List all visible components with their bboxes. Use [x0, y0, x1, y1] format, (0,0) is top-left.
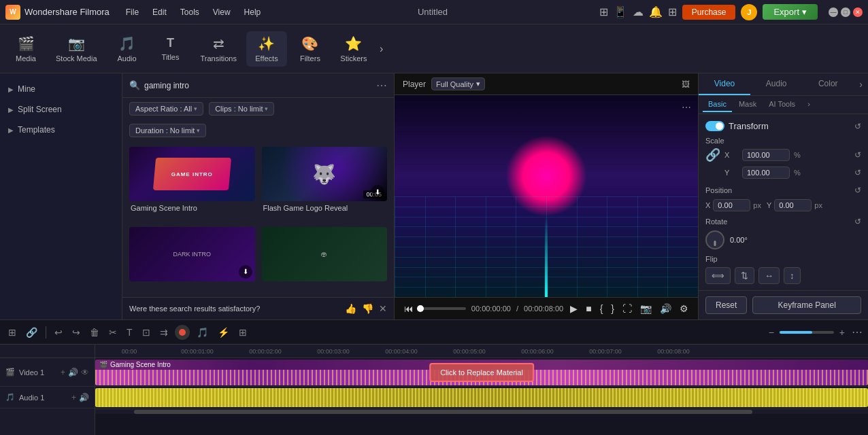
flip-v2-button[interactable]: ↕ [784, 267, 801, 284]
position-x-input[interactable] [713, 199, 750, 211]
clips-filter[interactable]: Clips : No limit ▾ [209, 102, 274, 116]
progress-bar[interactable] [420, 307, 466, 310]
search-input[interactable] [144, 81, 372, 90]
cut-in-button[interactable]: { [599, 302, 605, 315]
thumbs-down-icon[interactable]: 👎 [362, 303, 373, 314]
scale-x-reset-icon[interactable]: ↺ [854, 150, 861, 160]
record-button[interactable] [175, 325, 190, 340]
player-screenshot-icon[interactable]: 🖼 [682, 80, 690, 89]
text-button[interactable]: T [124, 326, 135, 339]
window-icon-3[interactable]: ☁ [633, 5, 644, 18]
menu-edit[interactable]: Edit [147, 5, 172, 20]
timeline-scrollbar[interactable] [95, 408, 868, 414]
window-icon-5[interactable]: ⊞ [668, 5, 677, 18]
scale-y-input[interactable] [742, 167, 790, 179]
search-more-icon[interactable]: ⋯ [376, 79, 387, 92]
add-track-button[interactable]: ⊞ [5, 326, 19, 339]
audio1-volume-icon[interactable]: 🔊 [79, 393, 89, 402]
transform-toggle[interactable] [705, 121, 724, 131]
stop-button[interactable]: ■ [584, 302, 592, 315]
sidebar-item-mine[interactable]: ▶ Mine [0, 79, 122, 99]
template-stadium-intro[interactable]: 🏟 [262, 227, 388, 292]
tool-transitions[interactable]: ⇄ Transitions [194, 31, 244, 67]
replace-material-overlay[interactable]: Click to Replace Material [429, 363, 534, 382]
tool-effects[interactable]: ✨ Effects [246, 31, 287, 67]
play-button[interactable]: ▶ [569, 302, 579, 315]
position-reset-icon[interactable]: ↺ [854, 186, 861, 195]
sub-tab-mask[interactable]: Mask [733, 97, 762, 112]
snapshot-button[interactable]: 📷 [639, 302, 653, 315]
video1-add-icon[interactable]: + [61, 368, 65, 377]
aspect-ratio-filter[interactable]: Aspect Ratio : All ▾ [129, 102, 203, 116]
video1-eye-icon[interactable]: 👁 [81, 368, 89, 377]
position-y-input[interactable] [774, 199, 812, 211]
audio1-add-icon[interactable]: + [71, 393, 76, 402]
tool-stock-media[interactable]: 📷 Stock Media [49, 31, 104, 67]
video1-audio-icon[interactable]: 🔊 [68, 368, 78, 377]
timeline-more-icon[interactable]: ⋯ [852, 326, 863, 338]
purchase-button[interactable]: Purchase [682, 5, 736, 20]
stabilize-button[interactable]: ⚡ [215, 326, 232, 339]
menu-view[interactable]: View [207, 5, 236, 20]
tab-audio[interactable]: Audio [750, 73, 802, 95]
undo-button[interactable]: ↩ [52, 326, 65, 339]
crop-button[interactable]: ⊡ [139, 326, 153, 339]
zoom-slider[interactable] [780, 331, 834, 334]
tool-stickers[interactable]: ⭐ Stickers [333, 31, 374, 67]
zoom-out-button[interactable]: − [766, 326, 777, 339]
tab-video[interactable]: Video [699, 73, 750, 95]
skip-back-button[interactable]: ⏮ [403, 302, 415, 315]
window-icon-4[interactable]: 🔔 [649, 5, 663, 18]
sub-tab-basic[interactable]: Basic [703, 97, 732, 112]
scale-x-input[interactable] [742, 149, 790, 161]
lock-icon[interactable]: 🔗 [705, 147, 720, 162]
redo-button[interactable]: ↪ [69, 326, 83, 339]
volume-button[interactable]: 🔊 [658, 302, 673, 315]
scale-y-reset-icon[interactable]: ↺ [854, 168, 861, 177]
minimize-button[interactable]: — [829, 7, 838, 17]
thumbs-up-icon[interactable]: 👍 [345, 303, 356, 314]
sub-tab-expand-icon[interactable]: › [802, 97, 816, 112]
flash-game-download-icon[interactable]: ⬇ [371, 185, 384, 198]
delete-button[interactable]: 🗑 [87, 326, 102, 339]
tool-filters[interactable]: 🎨 Filters [290, 31, 331, 67]
template-gaming-scene-intro[interactable]: GAME INTRO Gaming Scene Intro [129, 147, 255, 220]
export-button[interactable]: Export ▾ [763, 4, 818, 20]
player-more-icon[interactable]: ⋯ [682, 102, 691, 113]
settings-button[interactable]: ⚙ [678, 302, 690, 315]
tab-expand-icon[interactable]: › [854, 73, 868, 95]
maximize-button[interactable]: □ [841, 7, 850, 17]
feedback-close-button[interactable]: ✕ [379, 303, 387, 314]
zoom-in-button[interactable]: + [837, 326, 848, 339]
rotate-reset-icon[interactable]: ↺ [854, 217, 861, 226]
audio-detach-button[interactable]: 🎵 [194, 326, 211, 339]
speed-button[interactable]: ⇉ [157, 326, 171, 339]
window-icon-2[interactable]: 📱 [614, 5, 627, 18]
toolbar-expand-icon[interactable]: › [377, 40, 386, 58]
duration-filter[interactable]: Duration : No limit ▾ [129, 124, 206, 137]
dark-intro-download-icon[interactable]: ⬇ [239, 265, 252, 279]
tool-titles[interactable]: T Titles [150, 32, 191, 65]
transform-reset-icon[interactable]: ↺ [854, 122, 861, 131]
flip-vertical-button[interactable]: ⇅ [735, 267, 754, 284]
cut-button[interactable]: ✂ [106, 326, 120, 339]
fullscreen-button[interactable]: ⛶ [621, 302, 633, 315]
sidebar-item-split-screen[interactable]: ▶ Split Screen [0, 99, 122, 120]
menu-help[interactable]: Help [239, 5, 267, 20]
sub-tab-ai-tools[interactable]: AI Tools [763, 97, 801, 112]
tool-audio[interactable]: 🎵 Audio [107, 31, 148, 67]
template-flash-game-logo-reveal[interactable]: 00:05 ⬇ Flash Game Logo Reveal [262, 147, 388, 220]
flip-h2-button[interactable]: ↔ [758, 267, 780, 284]
quality-select[interactable]: Full Quality ▾ [431, 77, 485, 90]
audio1-clip[interactable] [95, 388, 868, 407]
close-button[interactable]: ✕ [853, 7, 863, 17]
sidebar-item-templates[interactable]: ▶ Templates [0, 120, 122, 140]
cut-out-button[interactable]: } [610, 302, 616, 315]
template-dark-intro[interactable]: DARK INTRO ⬇ [129, 227, 255, 292]
tool-media[interactable]: 🎬 Media [5, 31, 46, 67]
tab-color[interactable]: Color [802, 73, 854, 95]
menu-file[interactable]: File [120, 5, 144, 20]
window-icon-1[interactable]: ⊞ [599, 5, 608, 18]
menu-tools[interactable]: Tools [175, 5, 205, 20]
flip-horizontal-button[interactable]: ⟺ [705, 267, 731, 284]
